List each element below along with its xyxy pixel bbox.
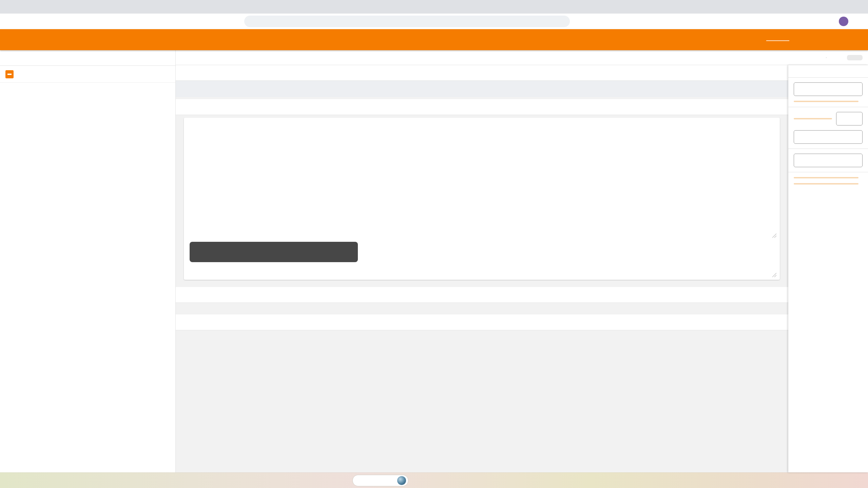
reading-list-icon[interactable] (794, 15, 808, 28)
tensorboard-header (0, 29, 868, 50)
address-bar[interactable] (244, 16, 570, 27)
pinned-section-header (176, 65, 788, 81)
section-header-lr[interactable] (176, 287, 788, 303)
section-header-loss[interactable] (176, 99, 788, 115)
tooltip-sort-select[interactable] (794, 130, 863, 144)
window-minimize-button[interactable] (805, 0, 826, 14)
brightness-slider[interactable] (794, 177, 859, 178)
tag-type-filter-group (826, 57, 827, 58)
card-width-slider[interactable] (794, 101, 859, 102)
browser-extensions-area (764, 15, 868, 28)
settings-button[interactable] (847, 55, 863, 60)
loss-chart[interactable] (187, 131, 776, 239)
help-icon[interactable] (848, 32, 863, 47)
search-highlight-image[interactable] (397, 476, 406, 485)
smoothing-value-input[interactable] (836, 112, 863, 125)
reload-icon[interactable] (27, 15, 41, 28)
expand-card-icon[interactable] (724, 120, 736, 132)
wallet-icon[interactable] (779, 15, 793, 28)
dashboard-main[interactable] (176, 65, 788, 472)
new-tab-button[interactable] (3, 1, 15, 13)
browser-tab-strip (0, 0, 868, 14)
profile-avatar[interactable] (839, 17, 848, 26)
loss-train-step-card (184, 118, 780, 280)
pin-card-icon[interactable] (738, 120, 749, 132)
share-icon[interactable] (570, 15, 583, 28)
histogram-mode-select[interactable] (794, 154, 863, 167)
contrast-toggle-icon[interactable] (793, 32, 808, 47)
back-icon[interactable] (0, 15, 14, 28)
brave-shield-icon[interactable] (583, 15, 597, 28)
rewards-icon[interactable] (597, 15, 611, 28)
chart-tooltip (190, 242, 358, 262)
pinned-empty-hint (176, 81, 788, 97)
section-header-smooth-loss[interactable] (176, 314, 788, 330)
windows-taskbar (0, 472, 868, 488)
downloads-icon[interactable] (809, 15, 823, 28)
smoothing-slider[interactable] (794, 118, 832, 119)
tag-filter-toolbar (176, 50, 868, 65)
extensions-icon[interactable] (824, 15, 837, 28)
run-status-dropdown[interactable] (766, 38, 789, 41)
filter-runs-input[interactable] (10, 54, 170, 62)
header-settings-gear-icon[interactable] (829, 32, 844, 47)
browser-toolbar (0, 14, 868, 29)
start-button[interactable] (334, 474, 349, 487)
fit-domain-icon[interactable] (751, 120, 763, 132)
refresh-icon[interactable] (811, 32, 826, 47)
window-maximize-button[interactable] (826, 0, 847, 14)
runs-sidebar (0, 50, 176, 472)
window-close-button[interactable] (847, 0, 868, 14)
bookmark-icon[interactable] (231, 15, 244, 28)
browser-tabs (0, 0, 2, 14)
window-controls (805, 0, 868, 14)
screen (0, 0, 868, 488)
select-all-runs-checkbox[interactable] (5, 70, 14, 78)
resize-handle-icon[interactable] (772, 233, 777, 238)
resize-handle-icon[interactable] (772, 272, 777, 278)
card-menu-kebab-icon[interactable] (765, 120, 776, 132)
settings-drawer (788, 65, 868, 472)
forward-icon[interactable] (14, 15, 27, 28)
side-panel-icon[interactable] (764, 15, 778, 28)
filter-tags-input[interactable] (185, 54, 826, 61)
browser-menu-icon[interactable] (850, 15, 863, 28)
horizontal-axis-select[interactable] (794, 82, 863, 96)
taskbar-search[interactable] (352, 475, 408, 486)
contrast-slider[interactable] (794, 183, 859, 184)
